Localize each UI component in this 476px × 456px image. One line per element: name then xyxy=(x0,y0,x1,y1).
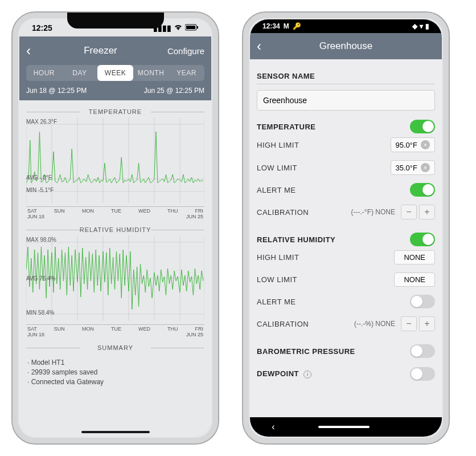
temperature-section-label: TEMPERATURE xyxy=(257,123,315,131)
xday: MON xyxy=(82,208,94,214)
summary-title: SUMMARY xyxy=(26,344,204,351)
nav-bar: ‹ Freezer Configure HOUR DAY WEEK MONTH … xyxy=(19,36,211,100)
signal-icon: ◆ xyxy=(412,22,417,30)
temperature-toggle[interactable] xyxy=(410,120,435,133)
stepper-minus-button[interactable]: − xyxy=(401,316,417,331)
hum-high-limit-value[interactable]: NONE xyxy=(394,250,435,264)
xday: SAT xyxy=(27,326,37,332)
home-indicator[interactable] xyxy=(81,431,150,433)
hum-alert-toggle[interactable] xyxy=(410,295,435,308)
summary-item: · Model HT1 xyxy=(27,359,203,367)
temp-avg-label: AVG -.0°F xyxy=(26,174,52,181)
hum-calibration-value: (--.-%) NONE xyxy=(354,320,395,328)
stepper-plus-button[interactable]: + xyxy=(419,316,435,331)
xday: THU xyxy=(167,326,178,332)
svg-rect-2 xyxy=(197,26,198,28)
nav-back-icon[interactable]: ‹ xyxy=(272,422,274,432)
xday: SUN xyxy=(54,326,65,332)
svg-rect-1 xyxy=(186,26,195,29)
temperature-chart[interactable]: MAX 26.3°F AVG -.0°F MIN -5.1°F xyxy=(26,117,204,203)
wifi-icon: ▾ xyxy=(420,22,423,30)
key-icon: 🔑 xyxy=(293,22,301,30)
barometric-toggle[interactable] xyxy=(410,344,435,358)
sensor-name-input[interactable] xyxy=(257,90,435,111)
temp-min-label: MIN -5.1°F xyxy=(26,187,54,193)
android-frame: 12:34 M 🔑 ◆ ▾ ▮ ‹ Greenhouse SENSOR NAME… xyxy=(242,11,450,445)
tab-hour[interactable]: HOUR xyxy=(26,65,62,81)
battery-icon: ▮ xyxy=(425,22,429,30)
xdate-end: JUN 25 xyxy=(186,214,203,219)
barometric-label: BAROMETRIC PRESSURE xyxy=(257,347,355,356)
gmail-icon: M xyxy=(284,22,289,30)
xdate-start: JUN 18 xyxy=(27,332,44,337)
iphone-frame: 12:25 ▮▮▮▮ ‹ Freezer Configure HOUR DAY … xyxy=(11,11,219,445)
temp-xaxis-dates: JUN 18 JUN 25 xyxy=(26,214,204,219)
temp-low-limit-label: LOW LIMIT xyxy=(257,164,297,172)
value-text: 35.0°F xyxy=(396,164,417,172)
hum-low-limit-label: LOW LIMIT xyxy=(257,275,297,284)
dewpoint-toggle[interactable] xyxy=(410,367,435,381)
tab-week[interactable]: WEEK xyxy=(97,65,133,81)
xdate-end: JUN 25 xyxy=(186,332,203,337)
status-time: 12:34 xyxy=(262,22,280,30)
temp-max-label: MAX 26.3°F xyxy=(26,119,57,125)
configure-button[interactable]: Configure xyxy=(159,46,204,56)
nav-home-icon[interactable] xyxy=(318,426,370,428)
hum-xaxis-days: SAT SUN MON TUE WED THU FRI xyxy=(26,324,204,332)
humidity-toggle[interactable] xyxy=(410,233,435,246)
stepper-plus-button[interactable]: + xyxy=(419,205,435,219)
humidity-chart[interactable]: MAX 98.0% AVG 76.4% MIN 58.4% xyxy=(26,235,204,321)
clear-icon[interactable]: × xyxy=(421,140,430,149)
back-button[interactable]: ‹ xyxy=(26,43,42,59)
temperature-title: TEMPERATURE xyxy=(26,108,204,115)
temp-high-limit-label: HIGH LIMIT xyxy=(257,141,299,149)
back-button[interactable]: ‹ xyxy=(257,38,273,54)
temp-low-limit-value[interactable]: 35.0°F × xyxy=(391,160,435,175)
xday: WED xyxy=(138,326,150,332)
summary-list: · Model HT1 · 29939 samples saved · Conn… xyxy=(26,353,204,391)
temp-xaxis-days: SAT SUN MON TUE WED THU FRI xyxy=(26,206,204,214)
scroll-content[interactable]: TEMPERATURE MAX 26.3°F AVG -.0°F MIN -5.… xyxy=(19,100,211,437)
android-navbar: ‹ xyxy=(250,417,442,437)
hum-max-label: MAX 98.0% xyxy=(26,237,56,243)
stepper-minus-button[interactable]: − xyxy=(401,205,417,219)
range-tabs: HOUR DAY WEEK MONTH YEAR xyxy=(26,65,204,81)
clear-icon[interactable]: × xyxy=(421,163,430,172)
humidity-title: RELATIVE HUMIDITY xyxy=(26,226,204,233)
tab-month[interactable]: MONTH xyxy=(133,65,169,81)
date-range: Jun 18 @ 12:25 PM Jun 25 @ 12:25 PM xyxy=(26,87,204,95)
temp-alert-label: ALERT ME xyxy=(257,186,296,194)
xday: FRI xyxy=(195,208,203,214)
tab-day[interactable]: DAY xyxy=(62,65,98,81)
status-time: 12:25 xyxy=(32,23,52,32)
hum-avg-label: AVG 76.4% xyxy=(26,275,56,282)
temp-high-limit-value[interactable]: 95.0°F × xyxy=(391,137,435,152)
hum-xaxis-dates: JUN 18 JUN 25 xyxy=(26,332,204,337)
summary-item: · Connected via Gateway xyxy=(27,378,203,386)
sensor-name-label: SENSOR NAME xyxy=(257,72,435,80)
battery-icon xyxy=(185,23,199,32)
temp-calibration-value: (---.-°F) NONE xyxy=(351,208,395,216)
nav-bar: ‹ Greenhouse xyxy=(250,33,442,59)
page-title: Greenhouse xyxy=(319,40,373,52)
android-camera-hole xyxy=(343,23,349,29)
info-icon[interactable]: i xyxy=(303,370,311,378)
hum-calibration-label: CALIBRATION xyxy=(257,320,309,328)
tab-year[interactable]: YEAR xyxy=(169,65,204,81)
xday: WED xyxy=(138,208,150,214)
xday: TUE xyxy=(111,326,121,332)
temp-calibration-stepper: − + xyxy=(401,205,435,219)
temp-alert-toggle[interactable] xyxy=(410,183,435,197)
date-start: Jun 18 @ 12:25 PM xyxy=(26,87,87,95)
xday: MON xyxy=(82,326,94,332)
hum-min-label: MIN 58.4% xyxy=(26,310,54,316)
dewpoint-label: DEWPOINT i xyxy=(257,369,311,378)
dewpoint-text: DEWPOINT xyxy=(257,369,299,378)
hum-low-limit-value[interactable]: NONE xyxy=(394,272,435,287)
hum-calibration-stepper: − + xyxy=(401,316,435,331)
temp-calibration-label: CALIBRATION xyxy=(257,208,309,217)
hum-high-limit-label: HIGH LIMIT xyxy=(257,253,299,262)
scroll-content[interactable]: SENSOR NAME TEMPERATURE HIGH LIMIT 95.0°… xyxy=(250,59,442,417)
divider xyxy=(257,84,435,84)
page-title: Freezer xyxy=(84,45,117,56)
